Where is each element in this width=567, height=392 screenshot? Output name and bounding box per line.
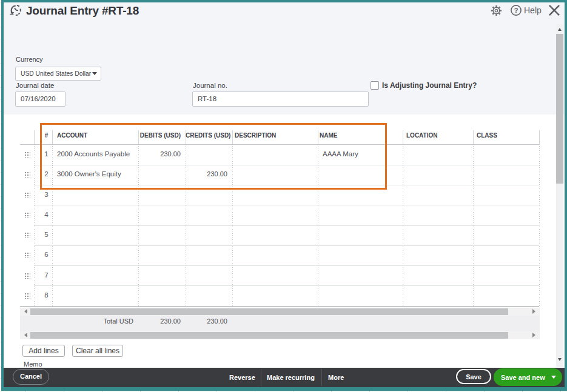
svg-text:?: ? bbox=[514, 7, 518, 14]
